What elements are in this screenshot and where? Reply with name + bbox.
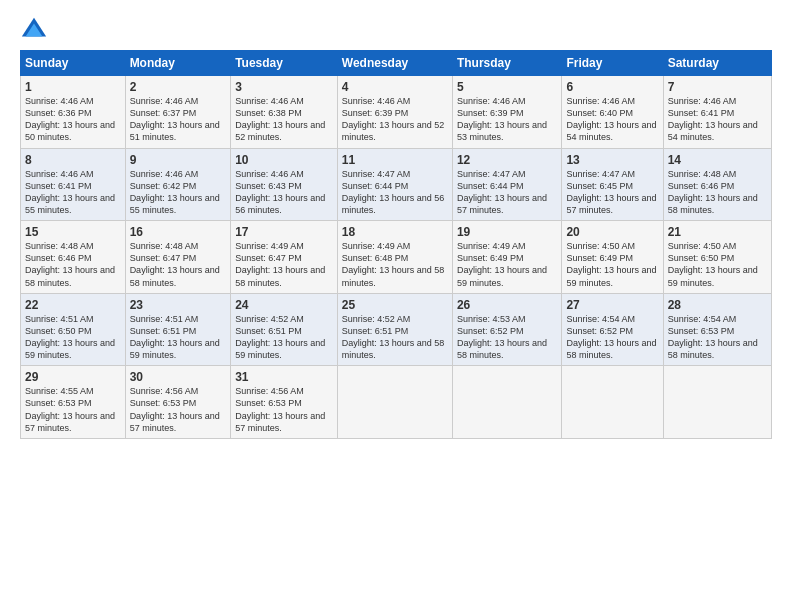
calendar-cell: 30Sunrise: 4:56 AM Sunset: 6:53 PM Dayli… [125, 366, 231, 439]
calendar-cell [452, 366, 561, 439]
day-detail: Sunrise: 4:46 AM Sunset: 6:36 PM Dayligh… [25, 95, 121, 144]
day-detail: Sunrise: 4:46 AM Sunset: 6:37 PM Dayligh… [130, 95, 227, 144]
day-detail: Sunrise: 4:55 AM Sunset: 6:53 PM Dayligh… [25, 385, 121, 434]
day-number: 17 [235, 225, 333, 239]
page: SundayMondayTuesdayWednesdayThursdayFrid… [0, 0, 792, 612]
day-number: 31 [235, 370, 333, 384]
calendar-table: SundayMondayTuesdayWednesdayThursdayFrid… [20, 50, 772, 439]
calendar-cell: 6Sunrise: 4:46 AM Sunset: 6:40 PM Daylig… [562, 76, 663, 149]
day-number: 6 [566, 80, 658, 94]
day-number: 2 [130, 80, 227, 94]
calendar-cell: 8Sunrise: 4:46 AM Sunset: 6:41 PM Daylig… [21, 148, 126, 221]
calendar-cell: 21Sunrise: 4:50 AM Sunset: 6:50 PM Dayli… [663, 221, 771, 294]
day-number: 8 [25, 153, 121, 167]
day-number: 29 [25, 370, 121, 384]
day-number: 19 [457, 225, 557, 239]
day-detail: Sunrise: 4:54 AM Sunset: 6:53 PM Dayligh… [668, 313, 767, 362]
calendar-cell: 2Sunrise: 4:46 AM Sunset: 6:37 PM Daylig… [125, 76, 231, 149]
day-detail: Sunrise: 4:54 AM Sunset: 6:52 PM Dayligh… [566, 313, 658, 362]
day-detail: Sunrise: 4:46 AM Sunset: 6:39 PM Dayligh… [342, 95, 448, 144]
day-number: 7 [668, 80, 767, 94]
calendar-cell: 22Sunrise: 4:51 AM Sunset: 6:50 PM Dayli… [21, 293, 126, 366]
day-number: 20 [566, 225, 658, 239]
calendar-cell: 25Sunrise: 4:52 AM Sunset: 6:51 PM Dayli… [337, 293, 452, 366]
calendar-week-row: 29Sunrise: 4:55 AM Sunset: 6:53 PM Dayli… [21, 366, 772, 439]
calendar-cell [663, 366, 771, 439]
day-number: 18 [342, 225, 448, 239]
day-detail: Sunrise: 4:48 AM Sunset: 6:46 PM Dayligh… [25, 240, 121, 289]
calendar-cell: 1Sunrise: 4:46 AM Sunset: 6:36 PM Daylig… [21, 76, 126, 149]
day-number: 27 [566, 298, 658, 312]
calendar-header-row: SundayMondayTuesdayWednesdayThursdayFrid… [21, 51, 772, 76]
day-detail: Sunrise: 4:49 AM Sunset: 6:49 PM Dayligh… [457, 240, 557, 289]
calendar-cell: 29Sunrise: 4:55 AM Sunset: 6:53 PM Dayli… [21, 366, 126, 439]
calendar-cell: 31Sunrise: 4:56 AM Sunset: 6:53 PM Dayli… [231, 366, 338, 439]
calendar-cell [337, 366, 452, 439]
day-detail: Sunrise: 4:46 AM Sunset: 6:41 PM Dayligh… [668, 95, 767, 144]
day-number: 16 [130, 225, 227, 239]
day-number: 21 [668, 225, 767, 239]
calendar-cell: 18Sunrise: 4:49 AM Sunset: 6:48 PM Dayli… [337, 221, 452, 294]
day-detail: Sunrise: 4:47 AM Sunset: 6:44 PM Dayligh… [457, 168, 557, 217]
day-number: 22 [25, 298, 121, 312]
day-detail: Sunrise: 4:52 AM Sunset: 6:51 PM Dayligh… [342, 313, 448, 362]
day-number: 5 [457, 80, 557, 94]
header-thursday: Thursday [452, 51, 561, 76]
day-number: 23 [130, 298, 227, 312]
calendar-cell: 14Sunrise: 4:48 AM Sunset: 6:46 PM Dayli… [663, 148, 771, 221]
day-number: 26 [457, 298, 557, 312]
calendar-cell: 19Sunrise: 4:49 AM Sunset: 6:49 PM Dayli… [452, 221, 561, 294]
day-detail: Sunrise: 4:46 AM Sunset: 6:41 PM Dayligh… [25, 168, 121, 217]
header-sunday: Sunday [21, 51, 126, 76]
day-detail: Sunrise: 4:47 AM Sunset: 6:44 PM Dayligh… [342, 168, 448, 217]
day-number: 24 [235, 298, 333, 312]
calendar-cell: 27Sunrise: 4:54 AM Sunset: 6:52 PM Dayli… [562, 293, 663, 366]
day-number: 25 [342, 298, 448, 312]
day-detail: Sunrise: 4:48 AM Sunset: 6:46 PM Dayligh… [668, 168, 767, 217]
calendar-week-row: 8Sunrise: 4:46 AM Sunset: 6:41 PM Daylig… [21, 148, 772, 221]
header-friday: Friday [562, 51, 663, 76]
day-detail: Sunrise: 4:56 AM Sunset: 6:53 PM Dayligh… [130, 385, 227, 434]
calendar-cell: 24Sunrise: 4:52 AM Sunset: 6:51 PM Dayli… [231, 293, 338, 366]
logo [20, 16, 52, 44]
day-detail: Sunrise: 4:50 AM Sunset: 6:49 PM Dayligh… [566, 240, 658, 289]
calendar-week-row: 15Sunrise: 4:48 AM Sunset: 6:46 PM Dayli… [21, 221, 772, 294]
header-wednesday: Wednesday [337, 51, 452, 76]
day-number: 11 [342, 153, 448, 167]
header-tuesday: Tuesday [231, 51, 338, 76]
day-detail: Sunrise: 4:46 AM Sunset: 6:43 PM Dayligh… [235, 168, 333, 217]
day-detail: Sunrise: 4:47 AM Sunset: 6:45 PM Dayligh… [566, 168, 658, 217]
calendar-cell: 10Sunrise: 4:46 AM Sunset: 6:43 PM Dayli… [231, 148, 338, 221]
calendar-cell: 9Sunrise: 4:46 AM Sunset: 6:42 PM Daylig… [125, 148, 231, 221]
day-detail: Sunrise: 4:50 AM Sunset: 6:50 PM Dayligh… [668, 240, 767, 289]
calendar-cell [562, 366, 663, 439]
day-number: 1 [25, 80, 121, 94]
calendar-cell: 17Sunrise: 4:49 AM Sunset: 6:47 PM Dayli… [231, 221, 338, 294]
day-detail: Sunrise: 4:49 AM Sunset: 6:48 PM Dayligh… [342, 240, 448, 289]
header [20, 16, 772, 44]
day-number: 15 [25, 225, 121, 239]
day-detail: Sunrise: 4:49 AM Sunset: 6:47 PM Dayligh… [235, 240, 333, 289]
day-number: 10 [235, 153, 333, 167]
day-detail: Sunrise: 4:46 AM Sunset: 6:42 PM Dayligh… [130, 168, 227, 217]
calendar-cell: 13Sunrise: 4:47 AM Sunset: 6:45 PM Dayli… [562, 148, 663, 221]
calendar-cell: 4Sunrise: 4:46 AM Sunset: 6:39 PM Daylig… [337, 76, 452, 149]
calendar-week-row: 1Sunrise: 4:46 AM Sunset: 6:36 PM Daylig… [21, 76, 772, 149]
day-detail: Sunrise: 4:46 AM Sunset: 6:39 PM Dayligh… [457, 95, 557, 144]
calendar-cell: 23Sunrise: 4:51 AM Sunset: 6:51 PM Dayli… [125, 293, 231, 366]
calendar-cell: 5Sunrise: 4:46 AM Sunset: 6:39 PM Daylig… [452, 76, 561, 149]
day-number: 13 [566, 153, 658, 167]
calendar-cell: 16Sunrise: 4:48 AM Sunset: 6:47 PM Dayli… [125, 221, 231, 294]
day-detail: Sunrise: 4:46 AM Sunset: 6:40 PM Dayligh… [566, 95, 658, 144]
day-number: 12 [457, 153, 557, 167]
header-saturday: Saturday [663, 51, 771, 76]
calendar-cell: 20Sunrise: 4:50 AM Sunset: 6:49 PM Dayli… [562, 221, 663, 294]
day-detail: Sunrise: 4:46 AM Sunset: 6:38 PM Dayligh… [235, 95, 333, 144]
calendar-week-row: 22Sunrise: 4:51 AM Sunset: 6:50 PM Dayli… [21, 293, 772, 366]
day-number: 9 [130, 153, 227, 167]
day-detail: Sunrise: 4:52 AM Sunset: 6:51 PM Dayligh… [235, 313, 333, 362]
day-number: 14 [668, 153, 767, 167]
day-detail: Sunrise: 4:48 AM Sunset: 6:47 PM Dayligh… [130, 240, 227, 289]
day-number: 3 [235, 80, 333, 94]
calendar-cell: 3Sunrise: 4:46 AM Sunset: 6:38 PM Daylig… [231, 76, 338, 149]
